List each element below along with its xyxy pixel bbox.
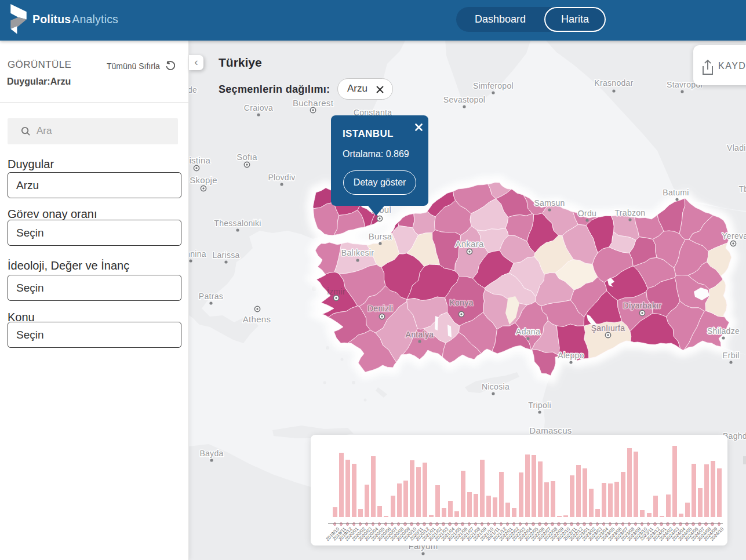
svg-text:Aleppo: Aleppo <box>558 351 584 360</box>
svg-text:Thessaloniki: Thessaloniki <box>214 219 261 228</box>
svg-text:Patras: Patras <box>199 292 223 301</box>
svg-text:Antalya: Antalya <box>406 330 434 339</box>
svg-text:Trabzon: Trabzon <box>615 208 646 217</box>
svg-text:Sevastopol: Sevastopol <box>443 95 485 104</box>
svg-text:Batumi: Batumi <box>663 188 689 197</box>
svg-text:Krasnodar: Krasnodar <box>594 78 633 88</box>
svg-text:Ordu: Ordu <box>578 209 596 218</box>
svg-text:Shiladze: Shiladze <box>707 326 740 336</box>
svg-text:Simferopol: Simferopol <box>473 81 514 90</box>
svg-text:Craiova: Craiova <box>244 103 273 112</box>
svg-text:Larissa: Larissa <box>212 250 239 260</box>
svg-text:İzmir: İzmir <box>327 286 345 296</box>
svg-text:Yerevan: Yerevan <box>722 231 746 241</box>
svg-text:Adana: Adana <box>516 327 540 336</box>
svg-text:Konya: Konya <box>449 298 473 307</box>
svg-text:Tb: Tb <box>739 184 746 194</box>
svg-text:Sofia: Sofia <box>236 152 257 162</box>
svg-text:Bursa: Bursa <box>369 231 392 241</box>
svg-text:Samsun: Samsun <box>534 198 565 208</box>
svg-text:nnina: nnina <box>189 249 206 259</box>
svg-text:Pristina: Pristina <box>189 155 211 165</box>
svg-text:Ankara: Ankara <box>455 239 484 249</box>
svg-text:Bucharest: Bucharest <box>293 98 334 108</box>
svg-text:Vladik: Vladik <box>727 143 746 152</box>
svg-text:Plovdiv: Plovdiv <box>268 173 295 182</box>
svg-text:Damascus: Damascus <box>529 426 572 435</box>
svg-text:Erbil: Erbil <box>722 351 740 360</box>
svg-text:Balıkesir: Balıkesir <box>341 248 374 257</box>
svg-text:Diyarbakır: Diyarbakır <box>623 301 662 310</box>
svg-text:Tripoli: Tripoli <box>528 401 551 410</box>
svg-text:Skopje: Skopje <box>190 175 217 185</box>
svg-text:Denizli: Denizli <box>367 304 393 313</box>
svg-text:Nicosia: Nicosia <box>482 382 510 391</box>
svg-text:Şanlıurfa: Şanlıurfa <box>591 323 625 333</box>
svg-text:Athens: Athens <box>243 314 271 324</box>
svg-text:Bayda: Bayda <box>199 449 223 458</box>
svg-text:de: de <box>189 85 197 94</box>
